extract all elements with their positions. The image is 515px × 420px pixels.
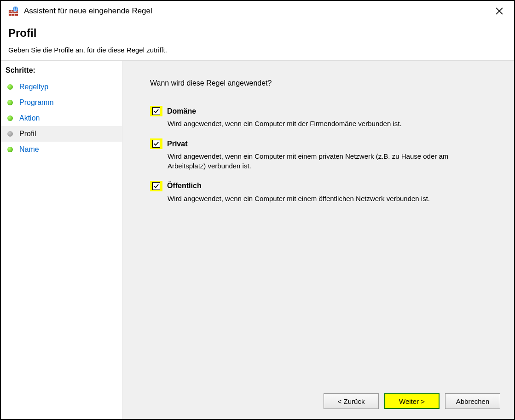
- checkbox-highlight: [150, 181, 162, 191]
- profile-option: DomäneWird angewendet, wenn ein Computer…: [150, 106, 486, 128]
- step-aktion[interactable]: Aktion: [1, 110, 122, 126]
- step-regeltyp[interactable]: Regeltyp: [1, 79, 122, 95]
- back-button[interactable]: < Zurück: [324, 393, 379, 409]
- profile-option: ÖffentlichWird angewendet, wenn ein Comp…: [150, 181, 486, 203]
- checkbox-highlight: [150, 106, 162, 116]
- step-bullet-icon: [7, 100, 13, 105]
- step-name[interactable]: Name: [1, 142, 122, 157]
- option-head: Öffentlich: [150, 181, 486, 191]
- titlebar: Assistent für neue eingehende Regel: [1, 1, 514, 21]
- step-programm[interactable]: Programm: [1, 95, 122, 110]
- page-title: Profil: [8, 27, 507, 40]
- checkbox-domäne[interactable]: [152, 107, 160, 115]
- steps-sidebar: Schritte: RegeltypProgrammAktionProfilNa…: [1, 61, 122, 419]
- step-bullet-icon: [7, 147, 13, 152]
- next-button[interactable]: Weiter >: [384, 393, 440, 409]
- step-profil[interactable]: Profil: [1, 126, 122, 142]
- wizard-footer: < Zurück Weiter > Abbrechen: [324, 393, 500, 409]
- option-description: Wird angewendet, wenn ein Computer mit e…: [168, 194, 480, 203]
- step-bullet-icon: [7, 84, 13, 90]
- wizard-body: Schritte: RegeltypProgrammAktionProfilNa…: [1, 60, 514, 419]
- step-label: Programm: [19, 98, 54, 107]
- step-bullet-icon: [7, 131, 13, 137]
- step-label: Name: [19, 145, 39, 154]
- firewall-icon: [8, 6, 18, 16]
- wizard-content: Wann wird diese Regel angewendet? Domäne…: [122, 61, 514, 419]
- cancel-button[interactable]: Abbrechen: [445, 393, 500, 409]
- wizard-window: Assistent für neue eingehende Regel Prof…: [0, 0, 515, 420]
- option-label: Privat: [167, 140, 187, 148]
- steps-heading: Schritte:: [1, 66, 122, 79]
- step-label: Profil: [19, 130, 36, 138]
- wizard-header: Profil Geben Sie die Profile an, für die…: [1, 21, 514, 60]
- profile-option: PrivatWird angewendet, wenn ein Computer…: [150, 138, 486, 171]
- option-description: Wird angewendet, wenn ein Computer mit d…: [168, 119, 480, 128]
- close-button[interactable]: [489, 1, 509, 21]
- page-subtitle: Geben Sie die Profile an, für die diese …: [8, 46, 507, 54]
- checkbox-privat[interactable]: [152, 140, 160, 148]
- checkbox-öffentlich[interactable]: [152, 182, 160, 190]
- option-head: Privat: [150, 138, 486, 149]
- profile-question: Wann wird diese Regel angewendet?: [150, 79, 486, 87]
- option-description: Wird angewendet, wenn ein Computer mit e…: [168, 152, 480, 171]
- option-head: Domäne: [150, 106, 486, 116]
- option-label: Öffentlich: [167, 182, 202, 190]
- option-label: Domäne: [167, 107, 196, 115]
- step-label: Regeltyp: [19, 83, 48, 91]
- step-bullet-icon: [7, 115, 13, 121]
- step-label: Aktion: [19, 114, 40, 122]
- checkbox-highlight: [150, 138, 162, 149]
- window-title: Assistent für neue eingehende Regel: [24, 6, 489, 16]
